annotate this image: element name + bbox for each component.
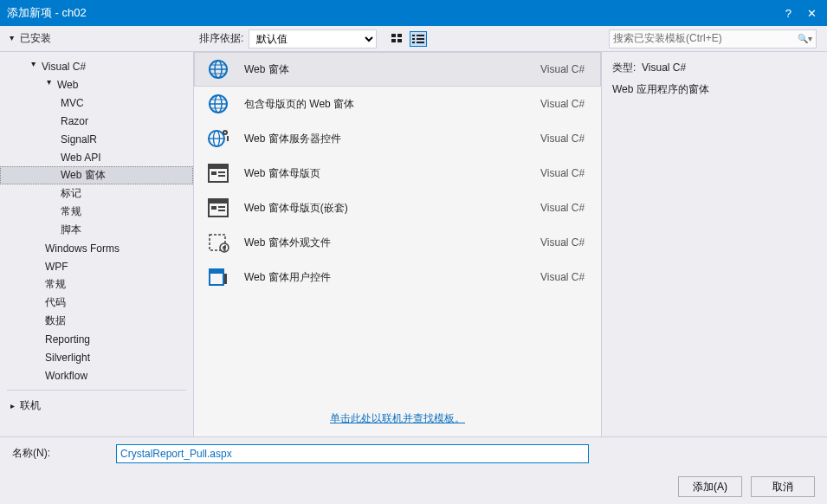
tree-node[interactable]: Web 窗体	[0, 166, 193, 184]
template-lang: Visual C#	[540, 271, 601, 283]
template-list: Web 窗体Visual C#包含母版页的 Web 窗体Visual C#Web…	[194, 52, 601, 403]
svg-point-38	[223, 246, 226, 249]
template-label: 包含母版页的 Web 窗体	[244, 97, 527, 112]
userctl-icon	[206, 265, 230, 289]
template-lang: Visual C#	[540, 167, 601, 179]
svg-rect-1	[397, 34, 402, 37]
search-placeholder: 搜索已安装模板(Ctrl+E)	[613, 31, 798, 46]
sort-label: 排序依据:	[199, 31, 243, 46]
template-label: Web 窗体母版页	[244, 166, 527, 181]
template-item[interactable]: Web 窗体母版页(嵌套)Visual C#	[194, 191, 601, 225]
template-label: Web 窗体母版页(嵌套)	[244, 201, 527, 216]
titlebar: 添加新项 - ch02 ? ✕	[0, 0, 827, 26]
tree-node[interactable]: 代码	[0, 294, 193, 312]
tree-node[interactable]: 脚本	[0, 221, 193, 239]
tree-node-online[interactable]: ▸联机	[0, 396, 193, 415]
help-icon[interactable]: ?	[785, 7, 791, 20]
window-title: 添加新项 - ch02	[7, 5, 785, 21]
svg-rect-9	[417, 42, 424, 43]
tree-node[interactable]: Web API	[0, 148, 193, 166]
view-small-icon[interactable]	[410, 31, 427, 47]
svg-rect-28	[211, 171, 216, 175]
template-item[interactable]: 包含母版页的 Web 窗体Visual C#	[194, 87, 601, 121]
tree-node[interactable]: Silverlight	[0, 348, 193, 366]
svg-rect-32	[209, 199, 228, 204]
svg-rect-27	[209, 165, 228, 169]
svg-rect-3	[397, 39, 402, 42]
chevron-right-icon: ▸	[10, 401, 15, 410]
globe-gear-icon	[206, 126, 230, 151]
toolbar: ▸ 已安装 排序依据: 默认值 搜索已安装模板(Ctrl+E) 🔍▾	[0, 26, 827, 52]
template-label: Web 窗体外观文件	[244, 236, 527, 250]
svg-rect-25	[227, 136, 229, 141]
globe-icon	[206, 92, 230, 116]
svg-rect-34	[218, 206, 225, 208]
tree-node-web[interactable]: ▸Web	[0, 75, 193, 94]
svg-rect-35	[218, 210, 225, 211]
template-lang: Visual C#	[540, 63, 601, 75]
tree-node[interactable]: 数据	[0, 312, 193, 330]
name-label: 名称(N):	[12, 446, 99, 461]
svg-rect-30	[218, 175, 225, 177]
globe-icon	[206, 57, 230, 81]
svg-rect-6	[412, 38, 415, 40]
name-input[interactable]	[116, 444, 589, 463]
template-item[interactable]: Web 窗体用户控件Visual C#	[194, 260, 601, 294]
svg-rect-40	[210, 269, 223, 274]
chevron-down-icon[interactable]: ▸	[8, 36, 17, 41]
skin-icon	[206, 230, 230, 255]
template-item[interactable]: Web 窗体外观文件Visual C#	[194, 225, 601, 260]
tree-node[interactable]: WPF	[0, 257, 193, 275]
svg-rect-4	[412, 35, 415, 36]
svg-rect-0	[391, 34, 396, 37]
template-label: Web 窗体服务器控件	[244, 132, 527, 146]
close-icon[interactable]: ✕	[807, 7, 817, 20]
tree-node[interactable]: 常规	[0, 203, 193, 221]
tree-node[interactable]: Windows Forms	[0, 239, 193, 257]
search-input[interactable]: 搜索已安装模板(Ctrl+E) 🔍▾	[609, 29, 817, 48]
template-lang: Visual C#	[540, 202, 601, 214]
tree-node[interactable]: SignalR	[0, 130, 193, 148]
svg-point-24	[224, 132, 226, 133]
template-item[interactable]: Web 窗体Visual C#	[194, 52, 601, 87]
expander-icon[interactable]: ▸	[45, 81, 55, 89]
svg-rect-41	[224, 274, 227, 284]
expander-icon[interactable]: ▸	[29, 62, 39, 71]
template-lang: Visual C#	[540, 236, 601, 249]
tree-node[interactable]: Workflow	[0, 366, 193, 384]
tree-node[interactable]: 常规	[0, 275, 193, 294]
svg-rect-5	[417, 35, 424, 36]
tree-node-csharp[interactable]: ▸Visual C#	[0, 57, 193, 75]
add-button[interactable]: 添加(A)	[678, 476, 742, 497]
tree-node[interactable]: MVC	[0, 94, 193, 112]
sort-select[interactable]: 默认值	[249, 29, 377, 48]
template-item[interactable]: Web 窗体母版页Visual C#	[194, 156, 601, 191]
svg-rect-8	[412, 42, 415, 43]
detail-description: Web 应用程序的窗体	[612, 82, 817, 97]
master-icon	[206, 161, 230, 185]
svg-rect-7	[417, 38, 424, 40]
tree-node[interactable]: Razor	[0, 112, 193, 130]
installed-header[interactable]: 已安装	[20, 31, 51, 46]
cancel-button[interactable]: 取消	[751, 476, 815, 497]
template-label: Web 窗体用户控件	[244, 270, 527, 285]
template-label: Web 窗体	[244, 62, 527, 77]
master-icon	[206, 196, 230, 220]
template-lang: Visual C#	[540, 98, 601, 110]
online-search-link[interactable]: 单击此处以联机并查找模板。	[330, 412, 465, 424]
template-lang: Visual C#	[540, 132, 601, 145]
details-panel: 类型: Visual C# Web 应用程序的窗体	[602, 52, 827, 436]
tree-node[interactable]: 标记	[0, 184, 193, 203]
svg-rect-33	[211, 206, 216, 210]
detail-type: Visual C#	[642, 61, 686, 74]
svg-rect-29	[218, 171, 225, 173]
view-medium-icon[interactable]	[389, 31, 406, 47]
category-tree: ▸Visual C# ▸Web MVCRazorSignalRWeb APIWe…	[0, 52, 194, 436]
svg-rect-2	[391, 39, 396, 42]
tree-node[interactable]: Reporting	[0, 330, 193, 348]
search-icon[interactable]: 🔍▾	[798, 34, 812, 43]
template-item[interactable]: Web 窗体服务器控件Visual C#	[194, 121, 601, 156]
